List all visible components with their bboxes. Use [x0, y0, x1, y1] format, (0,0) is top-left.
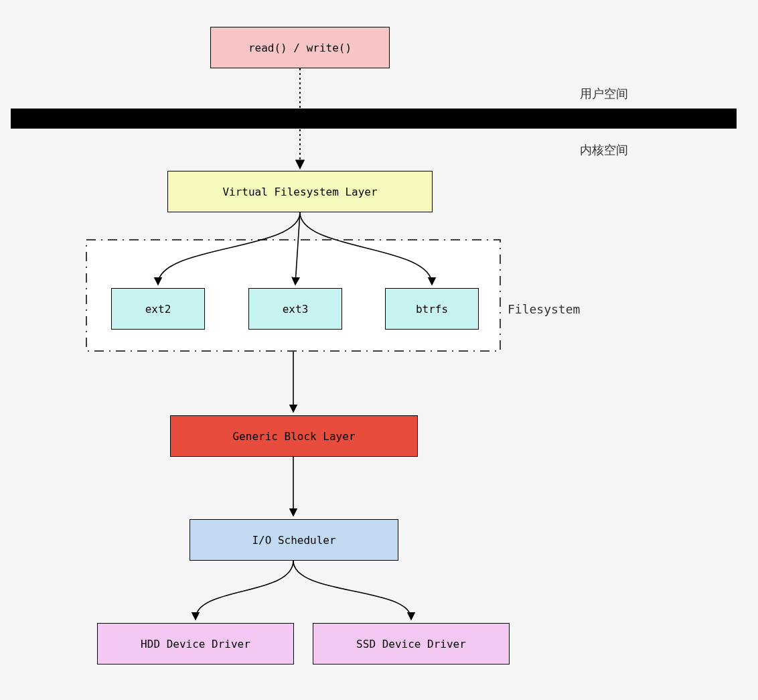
- arrow-vfs-to-ext2: [158, 212, 300, 284]
- diagram-canvas: 用户空间 内核空间 Filesystem read() / write() Vi…: [0, 0, 758, 700]
- arrow-vfs-to-btrfs: [300, 212, 432, 284]
- arrows-layer: [0, 0, 758, 700]
- arrow-iosched-to-ssd: [293, 561, 411, 619]
- arrow-iosched-to-hdd: [196, 561, 293, 619]
